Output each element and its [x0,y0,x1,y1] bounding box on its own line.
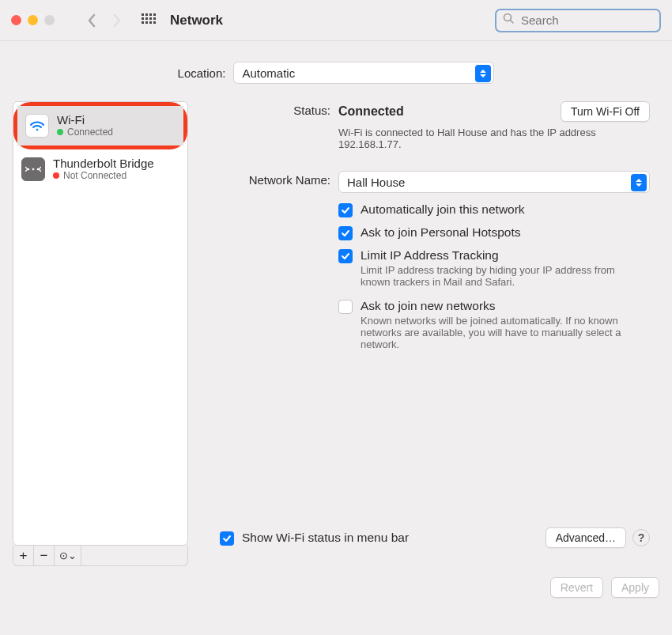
location-value: Automatic [242,66,295,80]
location-select[interactable]: Automatic [233,62,494,84]
back-button[interactable] [83,12,100,29]
status-dot-icon [53,172,59,179]
network-name-select[interactable]: Hall House [338,171,650,193]
svg-line-13 [511,21,514,24]
page-title: Network [170,13,223,28]
advanced-button[interactable]: Advanced… [546,527,626,548]
help-button[interactable]: ? [632,529,650,546]
svg-rect-5 [145,17,148,20]
svg-point-14 [36,129,39,131]
network-name-label: Network Name: [198,171,338,187]
highlight-annotation: Wi-Fi Connected [13,102,187,149]
search-icon [503,13,515,28]
auto-join-checkbox[interactable] [338,203,353,217]
svg-rect-1 [145,13,148,16]
ask-new-networks-description: Known networks will be joined automatica… [361,315,629,350]
close-window-button[interactable] [11,15,21,25]
ask-new-networks-checkbox[interactable] [338,300,353,314]
chevron-updown-icon [475,65,491,82]
toolbar-nav: Network [83,12,223,29]
svg-point-16 [32,168,35,171]
show-all-icon[interactable] [142,13,156,28]
sidebar-item-label: Thunderbolt Bridge [53,157,154,171]
turn-wifi-off-button[interactable]: Turn Wi-Fi Off [561,101,650,122]
traffic-lights [11,15,55,25]
svg-rect-3 [153,13,156,16]
svg-rect-6 [149,17,152,20]
ask-hotspots-checkbox[interactable] [338,226,353,240]
svg-rect-10 [149,21,152,24]
sidebar-item-label: Wi-Fi [57,114,113,127]
status-dot-icon [57,129,63,135]
limit-ip-label: Limit IP Address Tracking [361,248,629,263]
location-row: Location: Automatic [0,62,672,84]
revert-button[interactable]: Revert [550,577,603,598]
interface-options-button[interactable]: ⊙⌄ [55,546,81,565]
add-interface-button[interactable]: + [13,546,34,565]
show-menubar-checkbox[interactable] [220,531,234,546]
svg-rect-4 [142,17,144,20]
sidebar-footer-spacer [81,546,187,565]
bottom-bar: Revert Apply [0,566,672,609]
svg-rect-8 [142,21,144,24]
status-value: Connected [338,104,404,119]
status-description: Wi-Fi is connected to Hall House and has… [338,127,599,150]
wifi-icon [25,114,49,138]
sidebar-item-wifi[interactable]: Wi-Fi Connected [17,106,183,146]
sidebar-footer: + − ⊙⌄ [13,546,188,566]
apply-button[interactable]: Apply [611,577,659,598]
forward-button [108,12,126,29]
search-field[interactable] [495,9,661,32]
limit-ip-checkbox[interactable] [338,249,353,263]
maximize-window-button[interactable] [44,15,55,25]
sidebar-item-thunderbolt[interactable]: Thunderbolt Bridge Not Connected [13,149,187,189]
ask-hotspots-label: Ask to join Personal Hotspots [361,225,520,240]
status-label: Status: [198,101,338,117]
svg-rect-0 [142,13,144,16]
svg-rect-11 [153,21,156,24]
minimize-window-button[interactable] [28,15,38,25]
window-toolbar: Network [0,0,672,41]
network-name-value: Hall House [347,176,405,189]
show-menubar-label: Show Wi-Fi status in menu bar [242,531,409,545]
detail-pane: Status: Connected Turn Wi-Fi Off Wi-Fi i… [198,101,659,566]
location-label: Location: [178,66,226,80]
svg-point-15 [28,168,30,171]
svg-rect-2 [149,13,152,16]
limit-ip-description: Limit IP address tracking by hiding your… [361,264,629,288]
svg-rect-9 [145,21,148,24]
svg-rect-7 [153,17,156,20]
search-input[interactable] [519,13,672,28]
chevron-updown-icon [631,174,647,191]
remove-interface-button[interactable]: − [34,546,55,565]
auto-join-label: Automatically join this network [361,202,525,217]
svg-point-17 [37,168,40,171]
thunderbolt-bridge-icon [21,157,45,181]
interface-sidebar: Wi-Fi Connected Thunderbolt Bridge Not C… [13,101,188,546]
ask-new-networks-label: Ask to join new networks [361,299,629,313]
